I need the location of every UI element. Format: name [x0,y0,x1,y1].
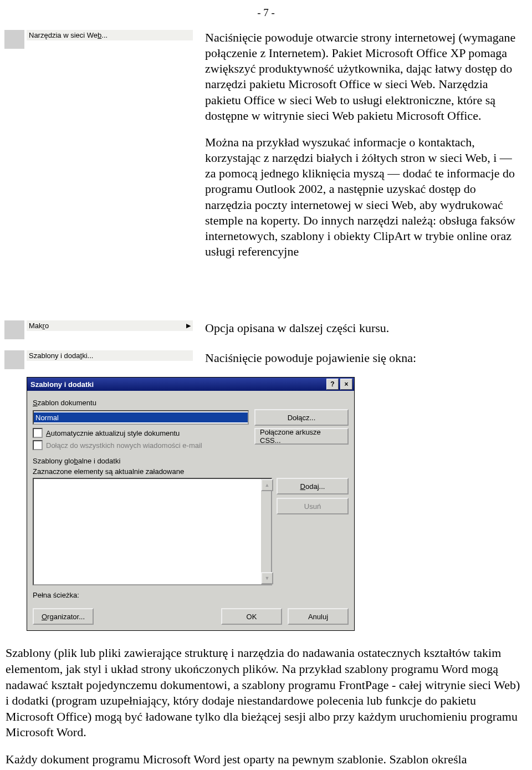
templates-addons-dialog: Szablony i dodatki ? × Szablon dokumentu… [27,377,355,631]
remove-button: Usuń [277,498,349,514]
description-text: Naciśnięcie powoduje otwarcie strony int… [205,30,532,271]
icon-placeholder [4,320,24,339]
dialog-title: Szablony i dodatki [30,380,94,389]
dialog-body: Szablon dokumentu Normal Dołącz... Autom… [27,391,354,630]
menu-item-sprite: Makro ▶ [27,320,193,331]
checkbox-icon [33,428,43,438]
help-button[interactable]: ? [326,379,339,390]
paragraph: Szablony (plik lub pliki zawierające str… [6,645,522,741]
page-number: - 7 - [0,7,532,19]
paragraph: Opcja opisana w dalszej części kursu. [205,320,389,336]
attach-button[interactable]: Dołącz... [254,409,349,426]
help-icon: ? [330,380,334,388]
scroll-down-icon: ▼ [261,572,273,584]
icon-placeholder [4,30,24,49]
checkbox-icon [33,440,43,450]
label-doc-template: Szablon dokumentu [33,399,349,407]
cancel-button[interactable]: Anuluj [288,608,349,625]
menu-item-sprite: Szablony i dodatki... [27,350,193,361]
doc-template-input[interactable]: Normal [33,410,249,425]
ok-button[interactable]: OK [221,608,282,625]
close-button[interactable]: × [340,379,352,390]
dialog-titlebar: Szablony i dodatki ? × [27,378,354,391]
organizer-button[interactable]: Organizator... [33,608,94,625]
section-makro: Makro ▶ Opcja opisana w dalszej części k… [0,320,532,347]
icon-placeholder [4,350,24,369]
description-text: Naciśnięcie powoduje pojawienie się okna… [205,350,428,366]
section-templates: Szablony i dodatki... Naciśnięcie powodu… [0,350,532,369]
input-value: Normal [34,412,248,422]
globals-listbox[interactable]: ▲ ▼ [33,478,272,585]
css-button[interactable]: Połączone arkusze CSS... [254,428,349,445]
menu-item-sprite: Narzędzia w sieci Web... [27,30,193,40]
listbox-content [34,479,261,584]
paragraph: Naciśnięcie powoduje otwarcie strony int… [205,30,520,124]
add-button[interactable]: Dodaj... [277,478,349,494]
chevron-right-icon: ▶ [186,322,191,329]
menu-label: Narzędzia w sieci Web... [29,31,108,39]
label-fullpath: Pełna ścieżka: [33,591,349,599]
footer-text: Szablony (plik lub pliki zawierające str… [0,631,532,770]
checkbox-label: Automatycznie aktualizuj style dokumentu [46,429,180,437]
paragraph: Można na przykład wyszukać informacje o … [205,135,520,259]
close-icon: × [344,380,348,388]
menu-label: Makro [29,322,49,330]
checkbox-row-attach-all: Dołącz do wszystkich nowych wiadomości e… [33,440,260,450]
paragraph: Naciśnięcie powoduje pojawienie się okna… [205,350,416,366]
description-text: Opcja opisana w dalszej części kursu. [205,320,401,347]
dialog-button-row: Organizator... OK Anuluj [33,608,349,625]
menu-item-web-tools[interactable]: Narzędzia w sieci Web... [27,30,193,40]
paragraph: Każdy dokument programu Microsoft Word j… [6,752,522,770]
checkbox-label: Dołącz do wszystkich nowych wiadomości e… [46,441,202,450]
label-globals-hint: Zaznaczone elementy są aktualnie załadow… [33,467,349,476]
checkbox-row-auto-update[interactable]: Automatycznie aktualizuj style dokumentu [33,428,260,438]
section-web-tools: Narzędzia w sieci Web... Naciśnięcie pow… [0,30,532,271]
menu-label: Szablony i dodatki... [29,351,93,360]
scroll-up-icon: ▲ [261,479,273,491]
menu-item-templates[interactable]: Szablony i dodatki... [27,350,193,361]
label-globals: Szablony globalne i dodatki [33,457,349,465]
menu-item-makro[interactable]: Makro ▶ [27,320,193,331]
